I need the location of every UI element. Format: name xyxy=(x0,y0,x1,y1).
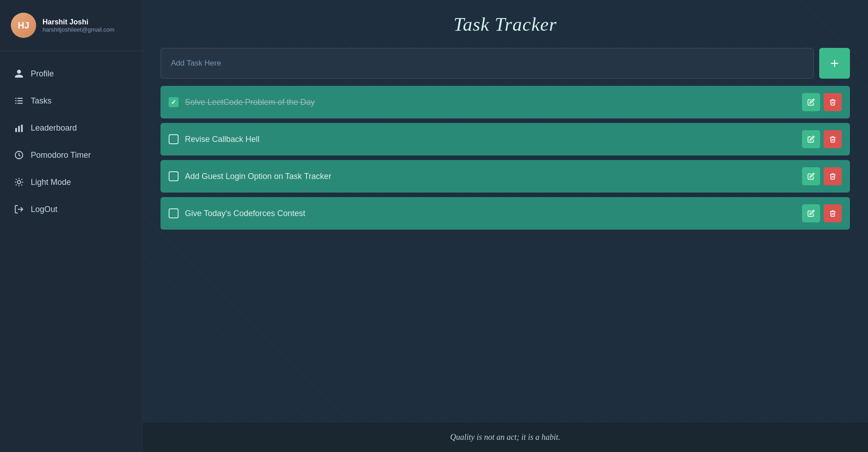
main-inner: Task Tracker + Solve LeetCode Problem of… xyxy=(142,0,868,423)
user-email: harshitjoshileet@gmail.com xyxy=(42,26,114,33)
task-edit-button[interactable] xyxy=(802,204,820,222)
task-label: Revise Callback Hell xyxy=(185,135,796,144)
task-actions xyxy=(802,93,842,111)
svg-line-16 xyxy=(21,184,22,185)
sidebar-item-profile[interactable]: Profile xyxy=(0,60,142,87)
task-item: Revise Callback Hell xyxy=(160,123,850,155)
task-edit-button[interactable] xyxy=(802,130,820,148)
clock-icon xyxy=(14,150,24,160)
svg-rect-2 xyxy=(15,100,17,101)
avatar: HJ xyxy=(11,13,36,38)
task-checkbox[interactable] xyxy=(169,134,179,144)
task-checkbox[interactable] xyxy=(169,97,179,107)
svg-rect-5 xyxy=(17,103,23,104)
svg-rect-4 xyxy=(15,103,17,104)
svg-line-18 xyxy=(16,184,17,185)
task-checkbox[interactable] xyxy=(169,171,179,181)
svg-rect-1 xyxy=(17,98,23,99)
task-checkbox[interactable] xyxy=(169,208,179,218)
svg-rect-0 xyxy=(15,98,17,99)
task-actions xyxy=(802,130,842,148)
user-profile-section: HJ Harshit Joshi harshitjoshileet@gmail.… xyxy=(0,0,142,51)
sidebar-item-tasks[interactable]: Tasks xyxy=(0,87,142,114)
page-title: Task Tracker xyxy=(160,14,850,35)
svg-line-15 xyxy=(16,179,17,180)
logout-icon xyxy=(14,204,24,215)
task-edit-button[interactable] xyxy=(802,167,820,185)
task-delete-button[interactable] xyxy=(824,167,842,185)
sidebar-item-pomodoro[interactable]: Pomodoro Timer xyxy=(0,141,142,169)
leaderboard-icon xyxy=(14,122,24,133)
task-label: Add Guest Login Option on Task Tracker xyxy=(185,172,796,181)
task-item: Solve LeetCode Problem of the Day xyxy=(160,86,850,118)
add-task-input[interactable] xyxy=(160,48,814,79)
sidebar-label-pomodoro: Pomodoro Timer xyxy=(31,151,91,160)
task-item: Give Today's Codeforces Contest xyxy=(160,197,850,230)
task-edit-button[interactable] xyxy=(802,93,820,111)
add-task-row: + xyxy=(160,48,850,79)
sidebar-item-logout[interactable]: LogOut xyxy=(0,196,142,223)
tasks-icon xyxy=(14,95,24,106)
sidebar-label-logout: LogOut xyxy=(31,205,57,214)
add-task-button[interactable]: + xyxy=(819,48,850,79)
main-content: Task Tracker + Solve LeetCode Problem of… xyxy=(142,0,868,452)
task-label: Solve LeetCode Problem of the Day xyxy=(185,98,796,107)
task-delete-button[interactable] xyxy=(824,130,842,148)
sidebar-item-lightmode[interactable]: Light Mode xyxy=(0,169,142,196)
sidebar-label-leaderboard: Leaderboard xyxy=(31,123,77,133)
footer-quote: Quality is not an act; it is a habit. xyxy=(142,423,868,452)
svg-rect-6 xyxy=(15,128,17,132)
task-actions xyxy=(802,167,842,185)
user-info: Harshit Joshi harshitjoshileet@gmail.com xyxy=(42,18,114,33)
sun-icon xyxy=(14,177,24,188)
sidebar-item-leaderboard[interactable]: Leaderboard xyxy=(0,114,142,141)
task-delete-button[interactable] xyxy=(824,93,842,111)
task-actions xyxy=(802,204,842,222)
svg-rect-8 xyxy=(21,125,23,132)
sidebar-label-tasks: Tasks xyxy=(31,96,52,106)
task-delete-button[interactable] xyxy=(824,204,842,222)
sidebar-label-lightmode: Light Mode xyxy=(31,178,71,187)
user-name: Harshit Joshi xyxy=(42,18,114,26)
tasks-list: Solve LeetCode Problem of the DayRevise … xyxy=(160,86,850,423)
svg-rect-7 xyxy=(18,126,20,132)
svg-point-10 xyxy=(17,180,20,184)
person-icon xyxy=(14,68,24,79)
svg-rect-3 xyxy=(17,100,23,101)
sidebar-label-profile: Profile xyxy=(31,69,54,79)
sidebar: HJ Harshit Joshi harshitjoshileet@gmail.… xyxy=(0,0,142,452)
svg-line-17 xyxy=(21,179,22,180)
task-item: Add Guest Login Option on Task Tracker xyxy=(160,160,850,193)
nav-menu: Profile Tasks xyxy=(0,51,142,452)
task-label: Give Today's Codeforces Contest xyxy=(185,209,796,218)
